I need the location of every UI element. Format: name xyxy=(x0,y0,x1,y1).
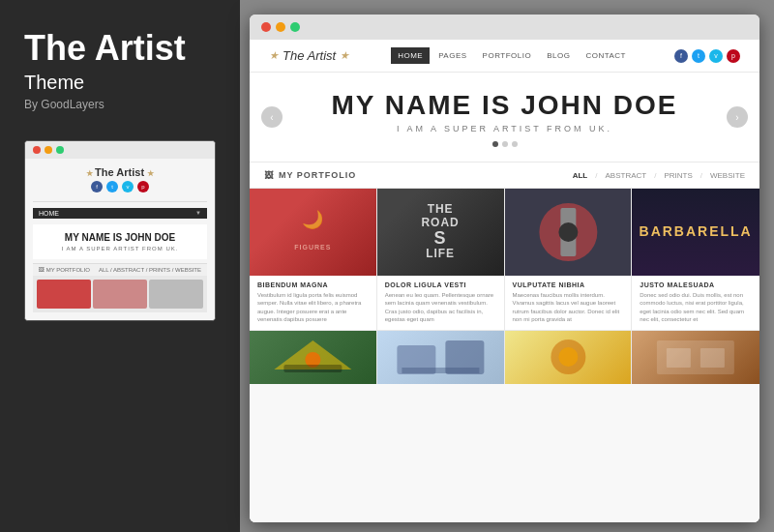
portfolio-item-desc-4: Donec sed odio dui. Duis mollis, est non… xyxy=(640,291,752,324)
portfolio-item-8[interactable] xyxy=(632,331,759,384)
filter-all[interactable]: ALL xyxy=(573,171,588,180)
hero-prev-button[interactable]: ‹ xyxy=(261,106,283,128)
portfolio-header: 🖼 MY PORTFOLIO ALL / ABSTRACT / PRINTS /… xyxy=(250,163,759,189)
filter-abstract[interactable]: ABSTRACT xyxy=(606,171,647,180)
svg-point-10 xyxy=(558,347,578,367)
portfolio-item-6[interactable] xyxy=(377,331,505,384)
portfolio-thumb-8 xyxy=(632,331,759,384)
nav-pages[interactable]: PAGES xyxy=(432,47,473,64)
browser-dot-green xyxy=(290,22,300,32)
filter-prints[interactable]: PRINTS xyxy=(664,171,692,180)
portfolio-grid-row1: 🌙figures BIBENDUM MAGNA Vestibulum id li… xyxy=(250,189,759,331)
hero-dots xyxy=(288,141,721,147)
mini-artist-name-text: The Artist xyxy=(95,166,144,178)
hero-dot-2[interactable] xyxy=(502,141,508,147)
nav-home[interactable]: HOME xyxy=(391,47,430,64)
portfolio-title: 🖼 MY PORTFOLIO xyxy=(264,170,356,180)
browser-window: ★ The Artist ★ HOME PAGES PORTFOLIO BLOG… xyxy=(250,15,759,522)
social-facebook-icon[interactable]: f xyxy=(674,49,688,63)
portfolio-info-4: JUSTO MALESUADA Donec sed odio dui. Duis… xyxy=(632,276,759,330)
mini-artist-header: ★ The Artist ★ f t v p xyxy=(33,166,207,202)
portfolio-thumb-4: BARBARELLA xyxy=(632,189,759,276)
svg-rect-12 xyxy=(667,348,691,368)
hero-title: MY NAME IS JOHN DOE xyxy=(288,92,721,119)
sidebar-by-label: By GoodLayers xyxy=(24,98,216,111)
browser-dot-red xyxy=(261,22,271,32)
social-pinterest-icon[interactable]: p xyxy=(727,49,740,63)
mini-dot-red xyxy=(33,146,41,154)
portfolio-item-desc-1: Vestibulum id ligula porta felis euismod… xyxy=(257,291,369,324)
portfolio-label-text: MY PORTFOLIO xyxy=(279,170,356,180)
portfolio-item-title-4: JUSTO MALESUADA xyxy=(640,281,752,288)
mini-dot-green xyxy=(56,146,64,154)
portfolio-info-3: VULPUTATE NIBHIA Maecenas faucibus molli… xyxy=(505,276,632,330)
mini-pinterest-icon: p xyxy=(137,181,149,192)
nav-portfolio[interactable]: PORTFOLIO xyxy=(476,47,539,64)
mini-portfolio-item-1 xyxy=(37,280,91,309)
portfolio-thumb-3 xyxy=(505,189,632,276)
thumb-art-8 xyxy=(632,331,759,384)
svg-point-2 xyxy=(558,222,578,242)
mini-nav-item: HOME xyxy=(39,210,59,217)
portfolio-item-4[interactable]: BARBARELLA JUSTO MALESUADA Donec sed odi… xyxy=(632,189,759,331)
svg-rect-5 xyxy=(283,365,342,372)
nav-blog[interactable]: BLOG xyxy=(540,47,577,64)
mini-twitter-icon: t xyxy=(106,181,118,192)
portfolio-info-2: DOLOR LIGULA VESTI Aenean eu leo quam. P… xyxy=(377,276,504,330)
portfolio-item-7[interactable] xyxy=(505,331,633,384)
portfolio-info-1: BIBENDUM MAGNA Vestibulum id ligula port… xyxy=(250,276,376,330)
portfolio-section: 🖼 MY PORTFOLIO ALL / ABSTRACT / PRINTS /… xyxy=(250,163,759,522)
portfolio-item-5[interactable] xyxy=(250,331,377,384)
social-vimeo-icon[interactable]: v xyxy=(709,49,723,63)
thumb-art-5 xyxy=(250,331,376,384)
mini-nav: HOME ▼ xyxy=(33,208,207,219)
mini-facebook-icon: f xyxy=(91,181,103,192)
portfolio-item-2[interactable]: THEROADSLIFE DOLOR LIGULA VESTI Aenean e… xyxy=(377,189,505,331)
mini-browser-bar xyxy=(25,141,215,159)
portfolio-icon: 🖼 xyxy=(264,170,274,180)
browser-top-bar xyxy=(250,15,759,40)
sidebar-title: The Artist xyxy=(24,29,216,68)
portfolio-item-desc-3: Maecenas faucibus mollis interdum. Vivam… xyxy=(513,291,624,324)
site-logo: ★ The Artist ★ xyxy=(269,48,349,63)
portfolio-item-3[interactable]: VULPUTATE NIBHIA Maecenas faucibus molli… xyxy=(505,189,633,331)
thumb-art-6 xyxy=(377,331,504,384)
mini-portfolio-label: 🖼 MY PORTFOLIO xyxy=(39,267,90,273)
mini-artist-name: ★ The Artist ★ xyxy=(33,166,207,178)
thumb-art-4: BARBARELLA xyxy=(640,222,753,242)
site-logo-text: The Artist xyxy=(283,48,336,63)
portfolio-item-title-1: BIBENDUM MAGNA xyxy=(257,281,369,288)
thumb-art-3 xyxy=(505,189,632,276)
portfolio-grid-row2 xyxy=(250,331,759,384)
hero-dot-3[interactable] xyxy=(512,141,518,147)
nav-contact[interactable]: CONTACT xyxy=(579,47,633,64)
portfolio-item-title-2: DOLOR LIGULA VESTI xyxy=(385,281,496,288)
portfolio-thumb-5 xyxy=(250,331,376,384)
social-twitter-icon[interactable]: t xyxy=(692,49,705,63)
thumb-art-1: 🌙figures xyxy=(294,208,331,256)
filter-website[interactable]: WEBSITE xyxy=(710,171,745,180)
portfolio-thumb-6 xyxy=(377,331,504,384)
browser-body: ★ The Artist ★ HOME PAGES PORTFOLIO BLOG… xyxy=(250,40,759,522)
sidebar: The Artist Theme By GoodLayers ★ The Art… xyxy=(0,0,240,532)
mini-hero: MY NAME IS JOHN DOE I AM A SUPER ARTIST … xyxy=(33,224,207,259)
hero-dot-1[interactable] xyxy=(492,141,498,147)
thumb-art-2: THEROADSLIFE xyxy=(421,203,459,260)
mini-portfolio-item-2 xyxy=(93,280,147,309)
site-nav[interactable]: HOME PAGES PORTFOLIO BLOG CONTACT xyxy=(391,47,633,64)
mini-star-left: ★ xyxy=(86,169,95,178)
thumb-art-7 xyxy=(505,331,632,384)
mini-hero-title: MY NAME IS JOHN DOE xyxy=(37,232,203,244)
site-hero: ‹ MY NAME IS JOHN DOE I AM A SUPER ARTIS… xyxy=(250,73,759,163)
portfolio-thumb-2: THEROADSLIFE xyxy=(377,189,504,276)
logo-star-right: ★ xyxy=(340,49,349,62)
main-area: ★ The Artist ★ HOME PAGES PORTFOLIO BLOG… xyxy=(240,0,774,532)
portfolio-item-1[interactable]: 🌙figures BIBENDUM MAGNA Vestibulum id li… xyxy=(250,189,377,331)
mini-social-icons: f t v p xyxy=(33,181,207,192)
portfolio-thumb-7 xyxy=(505,331,632,384)
hero-next-button[interactable]: › xyxy=(727,106,748,128)
svg-rect-8 xyxy=(402,368,479,373)
mini-vimeo-icon: v xyxy=(122,181,134,192)
hero-subtitle: I AM A SUPER ARTIST FROM UK. xyxy=(288,124,721,133)
browser-dot-yellow xyxy=(276,22,285,32)
